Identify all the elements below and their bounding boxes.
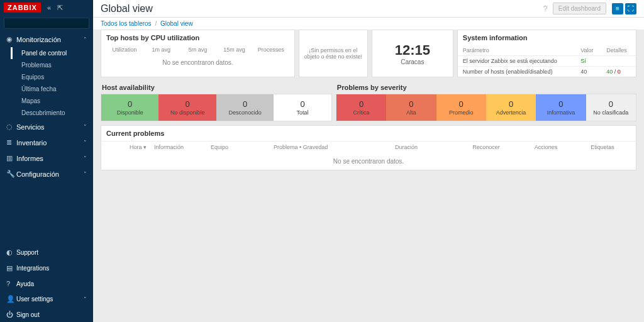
eye-icon: ◉: [6, 35, 16, 43]
help-icon: ?: [6, 280, 16, 287]
chevron-down-icon: ˅: [84, 124, 87, 130]
tile-no-clasificada[interactable]: 0No clasificada: [586, 94, 636, 121]
nav-user[interactable]: 👤User settings˅: [0, 291, 93, 307]
sidebar: ZABBIX « ⇱ 🔍 ◉ Monitorización ˄ Panel de…: [0, 0, 93, 322]
sidebar-item-ultima[interactable]: Última fecha: [13, 83, 93, 95]
breadcrumb: Todos los tableros / Global view: [93, 18, 644, 30]
widget-system-info: System information ParámetroValorDetalle…: [457, 30, 636, 77]
nav-configuracion[interactable]: 🔧 Configuración ˅: [0, 166, 93, 182]
problems-columns: Hora ▾ Información Equipo Problema • Gra…: [101, 141, 636, 153]
col-hora[interactable]: Hora ▾: [106, 144, 150, 150]
nav-inventario[interactable]: ≣ Inventario ˅: [0, 135, 93, 150]
support-icon: ◐: [6, 248, 16, 257]
config-icon: 🔧: [6, 170, 16, 178]
crumb-current[interactable]: Global view: [160, 20, 193, 27]
list-view-button[interactable]: ≡: [612, 3, 623, 14]
table-row: Number of hosts (enabled/disabled)4040 /…: [458, 67, 636, 77]
nav-support[interactable]: ◐Support: [0, 245, 93, 260]
nav-informes[interactable]: ▥ Informes ˅: [0, 150, 93, 166]
nav-signout[interactable]: ⏻Sign out: [0, 307, 93, 322]
sidebar-item-equipos[interactable]: Equipos: [13, 71, 93, 83]
search-input-wrap[interactable]: 🔍: [4, 18, 89, 29]
edit-dashboard-button[interactable]: Edit dashboard: [553, 3, 606, 14]
tile-informativa[interactable]: 0Informativa: [536, 94, 586, 121]
search-input[interactable]: [4, 20, 89, 27]
nav-label: Monitorización: [16, 36, 84, 43]
widget-top-hosts-cpu: Top hosts by CPU utilization Utilization…: [101, 30, 295, 77]
nav-ayuda[interactable]: ?Ayuda: [0, 276, 93, 291]
help-icon[interactable]: ?: [543, 4, 547, 13]
table-row: El servidor Zabbix se está ejecutandoSí: [458, 56, 636, 67]
inventory-icon: ≣: [6, 138, 16, 147]
clock-tz: Caracas: [401, 58, 424, 65]
nav-bottom: ◐Support ▤Integrations ?Ayuda 👤User sett…: [0, 245, 93, 322]
avail-title: Host availability: [101, 81, 332, 94]
widget-no-permission: ¡Sin permisos en el objeto o éste no exi…: [299, 30, 368, 77]
collapse-icon[interactable]: «: [47, 4, 51, 11]
tile-no-disponible[interactable]: 0No disponible: [158, 94, 216, 121]
widget-clock: 12:15 Caracas: [372, 30, 453, 77]
widget-title: Top hosts by CPU utilization: [101, 30, 294, 45]
sidebar-item-problemas[interactable]: Problemas: [13, 59, 93, 71]
logo-bar: ZABBIX « ⇱: [0, 0, 93, 15]
power-icon: ⏻: [6, 311, 16, 318]
chevron-up-icon: ˄: [84, 36, 87, 43]
user-icon: 👤: [6, 295, 16, 303]
integrations-icon: ▤: [6, 264, 16, 272]
nav-monitorizacion[interactable]: ◉ Monitorización ˄: [0, 31, 93, 47]
cpu-empty: No se encontraron datos.: [101, 54, 294, 71]
header: Global view ? Edit dashboard ≡ ⛶: [93, 0, 644, 18]
sev-title: Problems by severity: [336, 81, 636, 94]
fullscreen-button[interactable]: ⛶: [625, 3, 636, 14]
tile-desconocido[interactable]: 0Desconocido: [216, 94, 274, 121]
popout-icon[interactable]: ⇱: [57, 4, 63, 12]
brand-logo[interactable]: ZABBIX: [4, 3, 41, 13]
widget-host-availability: 0Disponible0No disponible0Desconocido0To…: [101, 94, 332, 121]
content: Top hosts by CPU utilization Utilization…: [93, 30, 644, 322]
tile-disponible[interactable]: 0Disponible: [101, 94, 158, 121]
nav-sub-monitorizacion: Panel de control Problemas Equipos Últim…: [0, 47, 93, 119]
clock-time: 12:15: [395, 42, 430, 58]
cpu-columns: Utilization 1m avg 5m avg 15m avg Proces…: [101, 45, 294, 54]
tile-alta[interactable]: 0Alta: [386, 94, 436, 121]
nav: ◉ Monitorización ˄ Panel de control Prob…: [0, 31, 93, 245]
tile-advertencia[interactable]: 0Advertencia: [486, 94, 536, 121]
tile-total[interactable]: 0Total: [274, 94, 331, 121]
page-title: Global view: [101, 3, 543, 14]
widget-problems-severity: 0Crítica0Alta0Promedio0Advertencia0Infor…: [336, 94, 636, 121]
tile-promedio[interactable]: 0Promedio: [436, 94, 486, 121]
services-icon: ◌: [6, 123, 16, 131]
problems-empty: No se encontraron datos.: [101, 153, 636, 170]
reports-icon: ▥: [6, 154, 16, 162]
nav-servicios[interactable]: ◌ Servicios ˅: [0, 119, 93, 135]
nav-integrations[interactable]: ▤Integrations: [0, 260, 93, 276]
main: Global view ? Edit dashboard ≡ ⛶ Todos l…: [93, 0, 644, 322]
sidebar-item-mapas[interactable]: Mapas: [13, 95, 93, 107]
tile-crítica[interactable]: 0Crítica: [336, 94, 386, 121]
widget-current-problems: Current problems Hora ▾ Información Equi…: [101, 125, 636, 170]
sidebar-item-descubrimiento[interactable]: Descubrimiento: [13, 107, 93, 119]
crumb-all[interactable]: Todos los tableros: [101, 20, 152, 27]
sidebar-item-panel[interactable]: Panel de control: [11, 47, 93, 59]
